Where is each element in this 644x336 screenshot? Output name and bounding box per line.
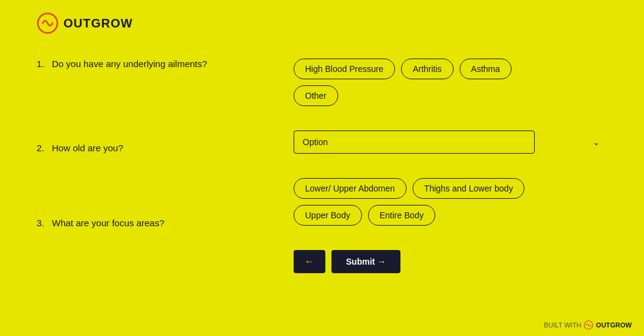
question-2-label: 2. How old are you? xyxy=(37,143,123,153)
q1-options-row1: High Blood Pressure Arthritis Asthma xyxy=(294,59,607,79)
q1-options-row2: Other xyxy=(294,85,607,106)
submit-button[interactable]: Submit → xyxy=(331,250,400,273)
question-1-text: Do you have any underlying ailments? xyxy=(52,59,207,69)
q1-answer: High Blood Pressure Arthritis Asthma Oth… xyxy=(294,59,607,106)
question-2-text: How old are you? xyxy=(52,143,123,153)
focus-row-1: Lower/ Upper Abdomen Thighs and Lower bo… xyxy=(294,178,607,199)
built-with-footer: BUILT WITH OUTGROW xyxy=(544,320,632,330)
q2-answer: Option ⌄ xyxy=(294,130,607,154)
outgrow-footer-logo-icon xyxy=(584,320,593,330)
question-2: 2. How old are you? xyxy=(37,143,281,154)
age-dropdown[interactable]: Option xyxy=(294,130,535,154)
main-card: OUTGROW 1. Do you have any underlying ai… xyxy=(0,0,644,336)
option-entire-body[interactable]: Entire Body xyxy=(368,205,435,226)
question-3-number: 3. xyxy=(37,218,45,228)
question-1-number: 1. xyxy=(37,59,45,69)
option-asthma[interactable]: Asthma xyxy=(460,59,512,79)
focus-areas-group: Lower/ Upper Abdomen Thighs and Lower bo… xyxy=(294,178,607,226)
q3-answer: Lower/ Upper Abdomen Thighs and Lower bo… xyxy=(294,178,607,226)
option-thighs-lower-body[interactable]: Thighs and Lower body xyxy=(413,178,525,199)
option-high-blood-pressure[interactable]: High Blood Pressure xyxy=(294,59,395,79)
focus-row-2: Upper Body Entire Body xyxy=(294,205,607,226)
question-1: 1. Do you have any underlying ailments? xyxy=(37,59,281,70)
footer-brand-label: OUTGROW xyxy=(596,321,632,329)
question-3-text: What are your focus areas? xyxy=(52,218,164,228)
bottom-actions: ← Submit → xyxy=(294,250,607,273)
age-dropdown-wrapper: Option ⌄ xyxy=(294,130,607,154)
question-2-number: 2. xyxy=(37,143,45,153)
option-lower-upper-abdomen[interactable]: Lower/ Upper Abdomen xyxy=(294,178,407,199)
option-arthritis[interactable]: Arthritis xyxy=(401,59,453,79)
logo-area: OUTGROW xyxy=(37,12,607,34)
question-3-label: 3. What are your focus areas? xyxy=(37,218,164,228)
outgrow-logo-icon xyxy=(37,12,59,34)
built-with-label: BUILT WITH xyxy=(544,321,581,329)
questions-layout: 1. Do you have any underlying ailments? … xyxy=(37,59,607,273)
option-other[interactable]: Other xyxy=(294,85,338,106)
question-3: 3. What are your focus areas? xyxy=(37,218,281,229)
back-button[interactable]: ← xyxy=(294,250,325,273)
brand-name: OUTGROW xyxy=(63,16,133,30)
question-1-label: 1. Do you have any underlying ailments? xyxy=(37,59,207,69)
dropdown-arrow-icon: ⌄ xyxy=(593,137,600,147)
option-upper-body[interactable]: Upper Body xyxy=(294,205,362,226)
questions-right: High Blood Pressure Arthritis Asthma Oth… xyxy=(294,59,607,273)
questions-left: 1. Do you have any underlying ailments? … xyxy=(37,59,294,273)
